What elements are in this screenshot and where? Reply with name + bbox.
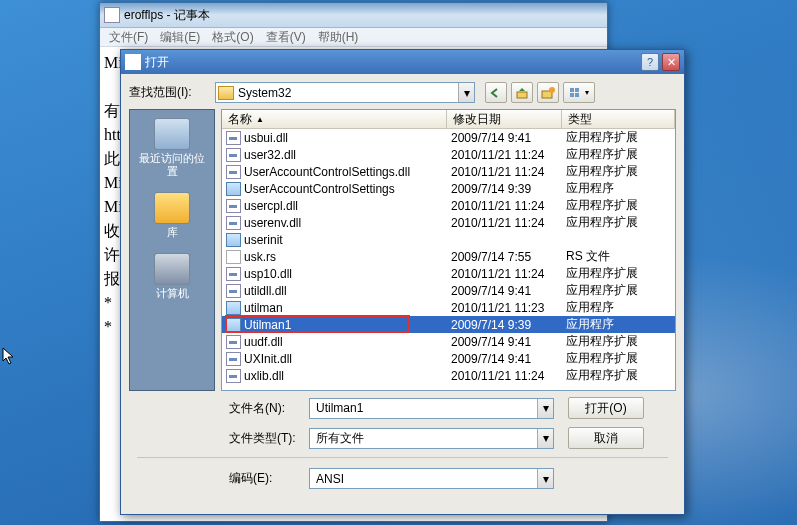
- file-name: userenv.dll: [244, 216, 301, 230]
- mouse-cursor: [2, 347, 16, 367]
- back-button[interactable]: [485, 82, 507, 103]
- recent-icon: [154, 118, 190, 150]
- file-row[interactable]: uxlib.dll2010/11/21 11:24应用程序扩展: [222, 367, 675, 384]
- column-name[interactable]: 名称▲: [222, 110, 447, 128]
- view-menu-button[interactable]: ▾: [563, 82, 595, 103]
- file-date: 2009/7/14 9:41: [447, 335, 562, 349]
- places-item-lib[interactable]: 库: [154, 192, 190, 239]
- file-row[interactable]: UserAccountControlSettings.dll2010/11/21…: [222, 163, 675, 180]
- file-name: user32.dll: [244, 148, 296, 162]
- file-name: uxlib.dll: [244, 369, 284, 383]
- notepad-menubar[interactable]: 文件(F)编辑(E)格式(O)查看(V)帮助(H): [100, 28, 607, 47]
- file-icon: [226, 284, 241, 298]
- svg-point-2: [549, 87, 555, 93]
- folder-icon: [218, 86, 234, 100]
- file-icon: [226, 250, 241, 264]
- lib-icon: [154, 192, 190, 224]
- file-type: 应用程序: [562, 316, 675, 333]
- dialog-titlebar[interactable]: 打开 ? ✕: [121, 50, 684, 74]
- file-row[interactable]: usk.rs2009/7/14 7:55RS 文件: [222, 248, 675, 265]
- file-row[interactable]: usbui.dll2009/7/14 9:41应用程序扩展: [222, 129, 675, 146]
- file-name: UXInit.dll: [244, 352, 292, 366]
- pc-icon: [154, 253, 190, 285]
- file-row[interactable]: usercpl.dll2010/11/21 11:24应用程序扩展: [222, 197, 675, 214]
- separator: [137, 457, 668, 458]
- chevron-down-icon[interactable]: ▾: [537, 399, 553, 418]
- new-folder-button[interactable]: [537, 82, 559, 103]
- file-icon: [226, 233, 241, 247]
- file-date: 2009/7/14 9:41: [447, 352, 562, 366]
- svg-rect-3: [570, 88, 574, 92]
- notepad-title-text: erofflps - 记事本: [124, 7, 210, 24]
- svg-rect-5: [570, 93, 574, 97]
- file-icon: [226, 131, 241, 145]
- file-row[interactable]: Utilman12009/7/14 9:39应用程序: [222, 316, 675, 333]
- chevron-down-icon[interactable]: ▾: [537, 429, 553, 448]
- file-type: 应用程序扩展: [562, 197, 675, 214]
- look-in-label: 查找范围(I):: [129, 84, 215, 101]
- file-row[interactable]: UXInit.dll2009/7/14 9:41应用程序扩展: [222, 350, 675, 367]
- file-row[interactable]: UserAccountControlSettings2009/7/14 9:39…: [222, 180, 675, 197]
- file-row[interactable]: utilman2010/11/21 11:23应用程序: [222, 299, 675, 316]
- file-icon: [226, 267, 241, 281]
- filetype-combobox[interactable]: 所有文件 ▾: [309, 428, 554, 449]
- places-label: 最近访问的位置: [139, 152, 205, 178]
- up-button[interactable]: [511, 82, 533, 103]
- menu-item[interactable]: 查看(V): [261, 29, 311, 46]
- encoding-label: 编码(E):: [229, 470, 309, 487]
- close-button[interactable]: ✕: [662, 53, 680, 71]
- file-name: Utilman1: [244, 318, 291, 332]
- file-date: 2009/7/14 9:39: [447, 182, 562, 196]
- file-name: usp10.dll: [244, 267, 292, 281]
- file-name: utilman: [244, 301, 283, 315]
- file-row[interactable]: user32.dll2010/11/21 11:24应用程序扩展: [222, 146, 675, 163]
- file-icon: [226, 352, 241, 366]
- file-date: 2010/11/21 11:24: [447, 199, 562, 213]
- look-in-combobox[interactable]: System32 ▾: [215, 82, 475, 103]
- file-name: usk.rs: [244, 250, 276, 264]
- chevron-down-icon[interactable]: ▾: [458, 83, 474, 102]
- file-list[interactable]: 名称▲ 修改日期 类型 usbui.dll2009/7/14 9:41应用程序扩…: [221, 109, 676, 391]
- menu-item[interactable]: 帮助(H): [313, 29, 364, 46]
- file-row[interactable]: userinit: [222, 231, 675, 248]
- file-icon: [226, 199, 241, 213]
- cancel-button[interactable]: 取消: [568, 427, 644, 449]
- column-date[interactable]: 修改日期: [447, 110, 562, 128]
- file-name: usercpl.dll: [244, 199, 298, 213]
- file-icon: [226, 335, 241, 349]
- svg-rect-6: [575, 93, 579, 97]
- file-date: 2010/11/21 11:24: [447, 148, 562, 162]
- file-list-header[interactable]: 名称▲ 修改日期 类型: [222, 110, 675, 129]
- file-row[interactable]: userenv.dll2010/11/21 11:24应用程序扩展: [222, 214, 675, 231]
- filename-input[interactable]: Utilman1 ▾: [309, 398, 554, 419]
- file-type: 应用程序扩展: [562, 350, 675, 367]
- places-item-pc[interactable]: 计算机: [154, 253, 190, 300]
- file-type: RS 文件: [562, 248, 675, 265]
- dialog-icon: [125, 54, 141, 70]
- file-date: 2010/11/21 11:24: [447, 369, 562, 383]
- column-type[interactable]: 类型: [562, 110, 675, 128]
- file-type: 应用程序扩展: [562, 333, 675, 350]
- file-type: 应用程序扩展: [562, 367, 675, 384]
- notepad-titlebar[interactable]: erofflps - 记事本: [100, 3, 607, 28]
- file-row[interactable]: uudf.dll2009/7/14 9:41应用程序扩展: [222, 333, 675, 350]
- file-name: userinit: [244, 233, 283, 247]
- file-icon: [226, 216, 241, 230]
- file-type: 应用程序扩展: [562, 163, 675, 180]
- file-name: utildll.dll: [244, 284, 287, 298]
- encoding-combobox[interactable]: ANSI ▾: [309, 468, 554, 489]
- file-type: 应用程序: [562, 299, 675, 316]
- file-type: 应用程序扩展: [562, 214, 675, 231]
- places-item-recent[interactable]: 最近访问的位置: [139, 118, 205, 178]
- menu-item[interactable]: 格式(O): [207, 29, 258, 46]
- help-button[interactable]: ?: [641, 53, 659, 71]
- file-row[interactable]: utildll.dll2009/7/14 9:41应用程序扩展: [222, 282, 675, 299]
- chevron-down-icon[interactable]: ▾: [537, 469, 553, 488]
- menu-item[interactable]: 编辑(E): [155, 29, 205, 46]
- file-name: UserAccountControlSettings.dll: [244, 165, 410, 179]
- look-in-value: System32: [238, 86, 291, 100]
- open-button[interactable]: 打开(O): [568, 397, 644, 419]
- file-icon: [226, 369, 241, 383]
- file-row[interactable]: usp10.dll2010/11/21 11:24应用程序扩展: [222, 265, 675, 282]
- menu-item[interactable]: 文件(F): [104, 29, 153, 46]
